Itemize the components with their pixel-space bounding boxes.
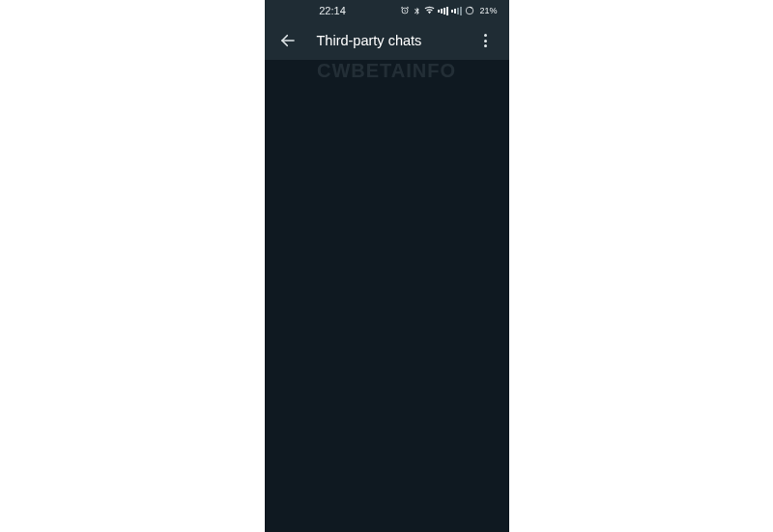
app-bar: Third-party chats: [265, 21, 509, 60]
phone-screen: 22:14 21%: [265, 0, 509, 532]
back-button[interactable]: [272, 25, 303, 56]
status-bar: 22:14 21%: [265, 0, 509, 21]
wifi-icon: [424, 6, 435, 15]
alarm-icon: [400, 6, 410, 15]
bluetooth-icon: [413, 7, 421, 15]
status-icons: 21%: [400, 6, 497, 15]
more-options-button[interactable]: [471, 25, 501, 56]
more-vertical-icon: [484, 34, 487, 47]
page-title: Third-party chats: [317, 33, 471, 48]
battery-percent: 21%: [479, 6, 497, 15]
status-time: 22:14: [265, 5, 401, 16]
signal-icon: [438, 7, 448, 15]
signal-icon: [451, 7, 462, 15]
battery-icon: [465, 6, 474, 15]
watermark-text: CWBETAINFO: [265, 60, 509, 82]
arrow-left-icon: [279, 32, 297, 49]
